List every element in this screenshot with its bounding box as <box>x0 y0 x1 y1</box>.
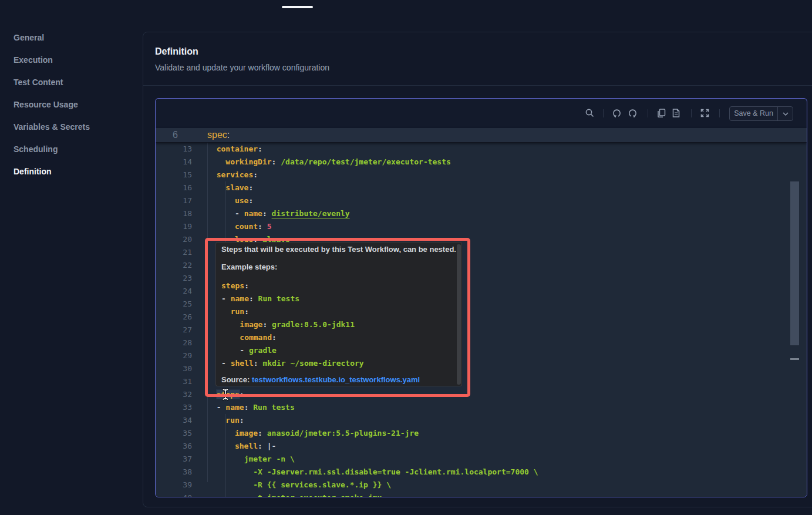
token-plain <box>267 209 272 218</box>
tooltip-code-line: - gradle <box>221 344 364 357</box>
sticky-line-number: 6 <box>156 128 178 142</box>
token-punct: : <box>227 130 230 140</box>
panel-header: Definition Validate and update your work… <box>143 32 812 86</box>
chevron-down-icon[interactable] <box>777 107 793 120</box>
sidebar-item-scheduling[interactable]: Scheduling <box>14 138 131 160</box>
token-plain <box>221 320 240 329</box>
line-number: 16 <box>156 181 192 194</box>
token-str: gradle:8.5.0-jdk11 <box>267 320 355 329</box>
code-line-15[interactable]: 15 services: <box>156 169 807 181</box>
code-line-14[interactable]: 14 workingDir: /data/repo/test/jmeter/ex… <box>156 156 807 169</box>
line-number: 25 <box>156 298 192 311</box>
token-punct: : <box>258 222 262 231</box>
token-key: command <box>240 333 272 342</box>
line-number: 36 <box>156 440 192 453</box>
sidebar-item-general[interactable]: General <box>14 26 131 49</box>
page: GeneralExecutionTest ContentResource Usa… <box>0 0 812 515</box>
sidebar-item-resource-usage[interactable]: Resource Usage <box>14 93 131 116</box>
line-number: 34 <box>156 414 192 427</box>
code-line-38[interactable]: 38 -X -Jserver.rmi.ssl.disable=true -Jcl… <box>156 466 807 479</box>
code-line-37[interactable]: 37 jmeter -n \ <box>156 453 807 466</box>
token-str: -X -Jserver.rmi.ssl.disable=true -Jclien… <box>253 467 538 476</box>
tooltip-code-line: image: gradle:8.5.0-jdk11 <box>221 318 364 331</box>
code-line-13[interactable]: 13 container: <box>156 143 807 156</box>
redo-icon[interactable] <box>628 108 638 118</box>
undo-icon[interactable] <box>612 108 622 118</box>
code-line-18[interactable]: 18 - name: distribute/evenly <box>156 207 807 220</box>
sidebar-item-test-content[interactable]: Test Content <box>14 71 131 93</box>
line-number: 17 <box>156 194 192 207</box>
line-number: 39 <box>156 479 192 492</box>
panel-title: Definition <box>155 46 198 57</box>
code-line-39[interactable]: 39 -R {{ services.slave.*.ip }} \ <box>156 479 807 492</box>
token-punct: - <box>217 403 226 412</box>
token-str: -R {{ services.slave.*.ip }} \ <box>253 480 391 489</box>
token-punct: : <box>262 209 267 218</box>
sticky-scroll-line[interactable]: 6 spec: <box>156 128 807 143</box>
line-number: 22 <box>156 259 192 272</box>
token-punct: - <box>221 359 231 368</box>
code-line-32[interactable]: 32 steps: <box>156 388 807 401</box>
search-icon[interactable] <box>585 108 595 118</box>
tooltip-scrollbar-thumb[interactable] <box>457 244 461 385</box>
toolbar-separator <box>691 109 692 117</box>
token-str: Run tests <box>254 294 299 303</box>
tooltip-source-link[interactable]: testworkflows.testkube.io_testworkflows.… <box>252 375 420 384</box>
code-line-19[interactable]: 19 count: 5 <box>156 220 807 233</box>
token-plain <box>207 442 235 450</box>
editor-toolbar: Save & Run <box>156 99 807 128</box>
document-icon[interactable] <box>671 108 681 118</box>
code-line-34[interactable]: 34 run: <box>156 414 807 427</box>
token-key: spec <box>207 130 227 140</box>
token-str: anasoid/jmeter:5.5-plugins-21-jre <box>262 429 419 437</box>
line-number: 23 <box>156 272 192 285</box>
token-plain <box>207 170 217 179</box>
save-and-run-button[interactable]: Save & Run <box>729 106 793 121</box>
token-punct: : <box>258 442 262 450</box>
token-plain <box>262 442 267 450</box>
sidebar-item-definition[interactable]: Definition <box>14 160 131 183</box>
code-line-35[interactable]: 35 image: anasoid/jmeter:5.5-plugins-21-… <box>156 427 807 440</box>
token-num: 5 <box>262 222 272 231</box>
line-content: -t jmeter-executor-smoke.jmx <box>207 492 382 497</box>
sticky-line-code: spec: <box>207 128 230 142</box>
scrollbar-cursor-marker <box>790 358 799 360</box>
code-line-40[interactable]: 40 -t jmeter-executor-smoke.jmx <box>156 492 807 497</box>
token-plain <box>207 157 225 166</box>
line-content: count: 5 <box>207 220 272 233</box>
line-content: image: anasoid/jmeter:5.5-plugins-21-jre <box>207 427 419 440</box>
token-punct: : <box>244 307 249 316</box>
sidebar-item-execution[interactable]: Execution <box>14 49 131 71</box>
editor-scrollbar-thumb[interactable] <box>790 181 799 345</box>
line-number: 18 <box>156 207 192 220</box>
copy-icon[interactable] <box>656 108 666 118</box>
token-key: run <box>225 416 239 425</box>
expand-icon[interactable] <box>700 108 710 118</box>
token-key: image <box>235 429 258 437</box>
token-punct: : <box>253 170 258 179</box>
token-plain <box>221 346 240 355</box>
token-plain <box>221 333 240 342</box>
token-key: container <box>217 144 258 153</box>
token-plain <box>207 429 235 437</box>
line-number: 28 <box>156 336 192 349</box>
code-line-17[interactable]: 17 use: <box>156 194 807 207</box>
token-key: image <box>240 320 262 329</box>
code-line-16[interactable]: 16 slave: <box>156 181 807 194</box>
token-link: distribute/evenly <box>272 209 350 218</box>
token-key: workingDir <box>225 157 271 166</box>
code-line-36[interactable]: 36 shell: |- <box>156 440 807 453</box>
code-line-33[interactable]: 33 - name: Run tests <box>156 401 807 414</box>
token-punct: : <box>254 359 258 368</box>
line-content: services: <box>207 169 258 181</box>
token-str: jmeter -n \ <box>244 455 295 463</box>
line-content: - name: Run tests <box>207 401 295 414</box>
token-punct: : <box>240 390 244 399</box>
line-number: 24 <box>156 285 192 298</box>
token-punct: - <box>240 346 249 355</box>
settings-sidebar: GeneralExecutionTest ContentResource Usa… <box>14 26 131 183</box>
line-number: 33 <box>156 401 192 414</box>
sidebar-item-variables-secrets[interactable]: Variables & Secrets <box>14 116 131 138</box>
line-number: 35 <box>156 427 192 440</box>
tooltip-code-line: - name: Run tests <box>221 292 364 305</box>
